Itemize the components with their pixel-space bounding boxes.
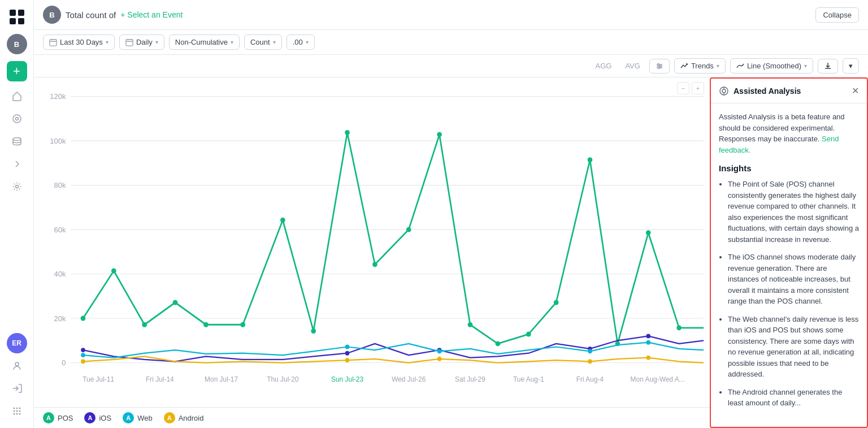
legend-label-web: Web	[137, 414, 153, 422]
trends-selector[interactable]: Trends ▾	[674, 58, 726, 74]
svg-text:Mon Aug-Wed A...: Mon Aug-Wed A...	[631, 375, 685, 383]
legend-item-android[interactable]: A Android	[164, 412, 204, 423]
filter-adjust-button[interactable]	[649, 59, 670, 74]
svg-point-74	[646, 334, 650, 339]
svg-point-9	[13, 408, 15, 409]
legend-dot-android: A	[164, 412, 175, 423]
svg-point-79	[646, 340, 650, 345]
workspace-avatar[interactable]: B	[7, 34, 27, 54]
svg-point-68	[646, 230, 651, 235]
svg-point-86	[722, 89, 726, 93]
svg-rect-0	[10, 10, 16, 16]
metric-chevron-icon: ▾	[273, 39, 276, 45]
svg-point-65	[554, 300, 559, 305]
svg-point-11	[19, 408, 20, 409]
svg-point-56	[280, 218, 285, 223]
svg-text:120k: 120k	[50, 92, 66, 101]
svg-point-23	[657, 63, 659, 65]
svg-point-66	[588, 157, 593, 162]
select-event-button[interactable]: + Select an Event	[120, 10, 183, 19]
analysis-icon	[719, 86, 729, 96]
mode-chevron-icon: ▾	[231, 39, 233, 45]
svg-point-16	[16, 413, 18, 415]
frequency-selector[interactable]: Daily ▾	[119, 34, 164, 50]
svg-point-6	[13, 138, 21, 141]
legend-item-ios[interactable]: A iOS	[84, 412, 111, 423]
svg-rect-3	[18, 18, 24, 24]
toolbar-row1: Last 30 Days ▾ Daily ▾ Non-Cumulative ▾ …	[34, 30, 868, 55]
download-button[interactable]	[818, 59, 838, 74]
legend-item-web[interactable]: A Web	[123, 412, 153, 423]
svg-point-5	[15, 118, 18, 120]
svg-point-25	[658, 67, 659, 68]
chart-container: − + 120k 100k 80k 60k	[34, 77, 710, 407]
sidebar: B + ER	[0, 0, 34, 428]
svg-rect-2	[10, 18, 16, 24]
analysis-panel-body: Assisted Analysis is a beta feature and …	[711, 103, 867, 427]
collapse-button[interactable]: Collapse	[815, 7, 859, 23]
legend-dot-pos: A	[43, 412, 54, 423]
svg-text:Wed Jul-26: Wed Jul-26	[392, 375, 426, 383]
svg-point-54	[203, 322, 209, 327]
mode-selector[interactable]: Non-Cumulative ▾	[169, 34, 240, 50]
svg-text:Sun Jul-23: Sun Jul-23	[331, 375, 363, 383]
svg-point-71	[345, 351, 350, 356]
svg-point-7	[15, 185, 18, 188]
svg-rect-19	[126, 39, 133, 45]
svg-text:Thu Jul-20: Thu Jul-20	[267, 375, 299, 383]
svg-point-17	[19, 413, 20, 415]
add-button[interactable]: +	[7, 61, 27, 81]
legend-item-pos[interactable]: A POS	[43, 412, 73, 423]
svg-point-4	[13, 115, 21, 123]
svg-rect-18	[50, 39, 57, 45]
analysis-close-button[interactable]: ✕	[852, 85, 859, 96]
settings-nav-button[interactable]	[7, 176, 27, 197]
chart-type-selector[interactable]: Line (Smoothed) ▾	[730, 58, 813, 74]
logout-button[interactable]	[7, 378, 27, 399]
svg-point-60	[406, 227, 411, 232]
svg-point-69	[676, 325, 682, 330]
svg-point-75	[81, 353, 85, 357]
legend-dot-ios: A	[84, 412, 96, 423]
home-nav-button[interactable]	[7, 86, 27, 106]
legend-dot-web: A	[123, 412, 134, 423]
chart-section: − + 120k 100k 80k 60k	[34, 77, 710, 428]
svg-point-8	[15, 362, 19, 366]
svg-point-59	[372, 262, 377, 267]
legend-label-android: Android	[179, 414, 204, 422]
decimal-selector[interactable]: .00 ▾	[287, 34, 315, 50]
svg-point-10	[16, 408, 18, 409]
page-title: Total count of	[66, 10, 116, 20]
user-avatar[interactable]: ER	[7, 333, 27, 353]
svg-point-64	[526, 332, 531, 337]
insights-list: The Point of Sale (POS) channel consiste…	[719, 179, 859, 409]
date-chevron-icon: ▾	[106, 39, 108, 45]
data-nav-button[interactable]	[7, 131, 27, 152]
analysis-beta-description: Assisted Analysis is a beta feature and …	[719, 111, 859, 155]
svg-point-14	[19, 410, 20, 412]
analysis-panel: Assisted Analysis ✕ Assisted Analysis is…	[710, 77, 868, 428]
insight-item-4: The Android channel generates the least …	[728, 387, 859, 409]
svg-text:Sat Jul-29: Sat Jul-29	[455, 375, 485, 383]
svg-text:20k: 20k	[54, 314, 66, 322]
explore-nav-button[interactable]	[7, 109, 27, 129]
metric-selector[interactable]: Count ▾	[244, 34, 282, 50]
svg-text:100k: 100k	[50, 136, 66, 145]
user-settings-button[interactable]	[7, 356, 27, 376]
svg-text:Fri Jul-14: Fri Jul-14	[146, 375, 174, 383]
expand-sidebar-button[interactable]	[7, 154, 27, 174]
svg-point-61	[437, 132, 442, 137]
date-range-selector[interactable]: Last 30 Days ▾	[43, 34, 115, 50]
legend-label-ios: iOS	[99, 414, 111, 422]
more-options-button[interactable]: ▾	[843, 58, 859, 74]
insight-item-2: The iOS channel shows moderate daily rev…	[728, 252, 859, 307]
insights-title: Insights	[719, 163, 859, 173]
waffle-menu-button[interactable]	[7, 401, 27, 421]
svg-point-82	[437, 357, 442, 361]
svg-point-52	[142, 322, 147, 327]
svg-point-76	[345, 345, 350, 349]
svg-text:Tue Jul-11: Tue Jul-11	[83, 375, 114, 383]
svg-point-12	[13, 410, 15, 412]
svg-point-78	[588, 349, 592, 353]
svg-point-15	[13, 413, 15, 415]
